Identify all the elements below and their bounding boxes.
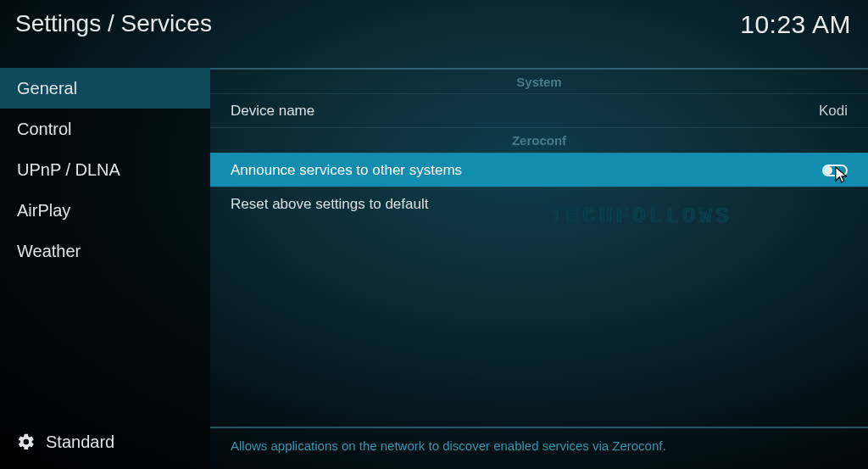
sidebar-item-label: Weather (17, 242, 81, 261)
row-announce-services[interactable]: Announce services to other systems (210, 153, 868, 187)
row-label: Announce services to other systems (231, 162, 462, 179)
sidebar-items: General Control UPnP / DLNA AirPlay Weat… (0, 68, 210, 415)
header: Settings / Services 10:23 AM (0, 0, 868, 68)
toggle-switch[interactable] (822, 165, 848, 176)
group-header-zeroconf: Zeroconf (210, 127, 868, 153)
clock: 10:23 AM (740, 10, 851, 39)
sidebar-item-label: AirPlay (17, 201, 70, 221)
sidebar-item-upnp-dlna[interactable]: UPnP / DLNA (0, 149, 210, 190)
sidebar-item-label: UPnP / DLNA (17, 160, 120, 180)
group-header-system: System (210, 68, 868, 93)
footer-help: Allows applications on the network to di… (210, 427, 868, 469)
sidebar-item-airplay[interactable]: AirPlay (0, 190, 210, 231)
gear-icon (17, 433, 36, 451)
footer-help-text: Allows applications on the network to di… (231, 438, 666, 453)
row-value: Kodi (819, 103, 848, 120)
sidebar-item-label: General (17, 79, 77, 98)
breadcrumb: Settings / Services (15, 10, 212, 37)
sidebar-item-weather[interactable]: Weather (0, 231, 210, 271)
row-device-name[interactable]: Device name Kodi (210, 93, 868, 127)
sidebar-item-control[interactable]: Control (0, 109, 210, 149)
sidebar-item-general[interactable]: General (0, 68, 210, 109)
row-reset-defaults[interactable]: Reset above settings to default (210, 187, 868, 221)
settings-level-button[interactable]: Standard (0, 415, 210, 469)
sidebar: General Control UPnP / DLNA AirPlay Weat… (0, 68, 210, 469)
row-label: Device name (231, 103, 314, 120)
settings-level-label: Standard (46, 433, 114, 452)
row-label: Reset above settings to default (231, 196, 428, 213)
main-panel: System Device name Kodi Zeroconf Announc… (210, 68, 868, 427)
sidebar-item-label: Control (17, 120, 71, 139)
